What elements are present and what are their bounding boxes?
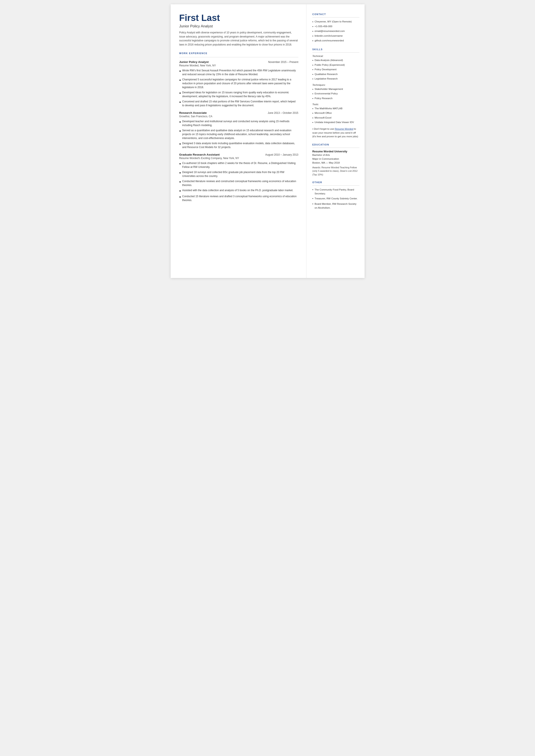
job-1-header: Junior Policy Analyst November 2015 – Pr… xyxy=(179,60,298,64)
contact-phone: +1-555-456-000 xyxy=(312,24,359,29)
technical-skills-list: Data Analysis (Advanced) Public Policy (… xyxy=(312,58,359,81)
right-column: CONTACT Cheyenne, WY (Open to Remote) +1… xyxy=(306,4,365,278)
technique-3: Policy Research xyxy=(312,96,359,101)
other-3: Board Member, RW Research Society on Alc… xyxy=(312,202,359,210)
contact-email: email@resumeworded.com xyxy=(312,29,359,34)
job-3: Graduate Research Assistant August 2010 … xyxy=(179,153,298,202)
education-section: EDUCATION Resume Worded University Bache… xyxy=(312,143,359,176)
techniques-label: Techniques: xyxy=(312,84,359,86)
tools-note: • Don't forget to use Resume Worded to s… xyxy=(312,127,359,139)
bullet-dot: ● xyxy=(179,161,182,166)
bullet-dot: ● xyxy=(179,100,182,104)
tool-4: Unidata Integrated Data Viewer IDV xyxy=(312,120,359,125)
job-3-bullet-1: ●Co-authored 10 book chapters within 2 w… xyxy=(179,161,298,169)
job-2-header: Research Associate June 2013 – October 2… xyxy=(179,111,298,114)
job-2-bullets: ●Developed teacher and institutional sur… xyxy=(179,119,298,149)
bullet-dot: ● xyxy=(179,195,182,199)
candidate-name: First Last xyxy=(179,13,298,23)
job-2-company: Growthsi, San Francisco, CA xyxy=(179,115,298,118)
edu-major: Major in Communication xyxy=(312,157,359,161)
work-experience-divider xyxy=(179,57,298,57)
bullet-dot: ● xyxy=(179,91,182,95)
tools-list: The MathWorks MATLAB Microsoft Office Mi… xyxy=(312,106,359,125)
job-1-bullets: ●Wrote RW's first Sexual Assault Prevent… xyxy=(179,69,298,107)
skill-1: Data Analysis (Advanced) xyxy=(312,58,359,63)
other-section-title: OTHER xyxy=(312,181,359,183)
job-3-bullets: ●Co-authored 10 book chapters within 2 w… xyxy=(179,161,298,202)
tool-1: The MathWorks MATLAB xyxy=(312,106,359,111)
contact-section: CONTACT Cheyenne, WY (Open to Remote) +1… xyxy=(312,13,359,43)
skills-section: SKILLS Technical: Data Analysis (Advance… xyxy=(312,48,359,139)
job-1-company: Resume Worded, New York, NY xyxy=(179,64,298,67)
job-3-bullet-4: ●Assisted with the data collection and a… xyxy=(179,188,298,193)
job-2-bullet-1: ●Developed teacher and institutional sur… xyxy=(179,119,298,127)
resume-worded-link[interactable]: Resume Worded xyxy=(335,127,353,130)
contact-list: Cheyenne, WY (Open to Remote) +1-555-456… xyxy=(312,20,359,43)
skill-3: Policy Development xyxy=(312,68,359,72)
contact-github: github.com/resumeworded xyxy=(312,39,359,43)
edu-degree: Bachelor of Arts xyxy=(312,153,359,157)
job-2: Research Associate June 2013 – October 2… xyxy=(179,111,298,149)
job-1-bullet-4: ●Conceived and drafted 15 vital portions… xyxy=(179,99,298,107)
bullet-dot: ● xyxy=(179,129,182,133)
bullet-dot: ● xyxy=(179,142,182,146)
techniques-list: Stakeholder Management Environmental Pol… xyxy=(312,87,359,101)
edu-dates: Boston, MA — May 2018 xyxy=(312,161,359,165)
technique-1: Stakeholder Management xyxy=(312,87,359,92)
technique-2: Environmental Policy xyxy=(312,92,359,96)
resume-page: First Last Junior Policy Analyst Policy … xyxy=(171,4,365,278)
other-1: The Community Food Pantry, Board Secreta… xyxy=(312,188,359,196)
edu-school: Resume Worded University xyxy=(312,150,359,153)
job-1: Junior Policy Analyst November 2015 – Pr… xyxy=(179,60,298,107)
job-3-header: Graduate Research Assistant August 2010 … xyxy=(179,153,298,156)
tool-3: Microsoft Excel xyxy=(312,116,359,120)
job-2-dates: June 2013 – October 2015 xyxy=(268,111,298,114)
job-1-dates: November 2015 – Present xyxy=(268,61,298,64)
job-1-role: Junior Policy Analyst xyxy=(179,60,209,64)
bullet-dot: ● xyxy=(179,188,182,193)
edu-awards: Awards: Resume Worded Teaching Fellow (o… xyxy=(312,166,359,177)
candidate-summary: Policy Analyst with diverse experience o… xyxy=(179,31,298,46)
job-3-company: Resume Worded's Exciting Company, New Yo… xyxy=(179,157,298,160)
job-3-bullet-5: ●Conducted 15 literature reviews and dra… xyxy=(179,194,298,202)
tools-label: Tools: xyxy=(312,103,359,106)
education-section-title: EDUCATION xyxy=(312,143,359,146)
skill-5: Legislative Research xyxy=(312,77,359,81)
contact-section-title: CONTACT xyxy=(312,13,359,15)
skills-section-title: SKILLS xyxy=(312,48,359,51)
contact-linkedin: linkedin.com/in/username xyxy=(312,34,359,39)
other-section: OTHER The Community Food Pantry, Board S… xyxy=(312,181,359,210)
skill-2: Public Policy (Experienced) xyxy=(312,63,359,68)
contact-divider xyxy=(312,17,359,17)
job-1-bullet-3: ●Developed ideas for legislation on 15 i… xyxy=(179,91,298,98)
job-3-role: Graduate Research Assistant xyxy=(179,153,220,156)
contact-location: Cheyenne, WY (Open to Remote) xyxy=(312,20,359,24)
bullet-dot: ● xyxy=(179,69,182,73)
other-2: Treasurer, RW County Sobriety Center. xyxy=(312,197,359,201)
bullet-dot: ● xyxy=(179,78,182,82)
technical-label: Technical: xyxy=(312,55,359,57)
tool-2: Microsoft Office xyxy=(312,111,359,116)
job-2-bullet-2: ●Served as a quantitative and qualitativ… xyxy=(179,128,298,140)
left-column: First Last Junior Policy Analyst Policy … xyxy=(171,4,306,278)
job-2-bullet-3: ●Designed 3 data analysis tools includin… xyxy=(179,141,298,149)
bullet-dot: ● xyxy=(179,180,182,184)
job-1-bullet-2: ●Championed 5 successful legislative cam… xyxy=(179,78,298,89)
candidate-title: Junior Policy Analyst xyxy=(179,24,298,28)
job-2-role: Research Associate xyxy=(179,111,207,114)
bullet-dot: ● xyxy=(179,120,182,124)
education-divider xyxy=(312,148,359,148)
other-list: The Community Food Pantry, Board Secreta… xyxy=(312,188,359,210)
work-experience-section-title: WORK EXPERIENCE xyxy=(179,52,298,55)
bullet-dot: ● xyxy=(179,170,182,175)
job-1-bullet-1: ●Wrote RW's first Sexual Assault Prevent… xyxy=(179,69,298,76)
job-3-bullet-3: ●Conducted literature reviews and constr… xyxy=(179,179,298,187)
job-3-dates: August 2010 – January 2013 xyxy=(265,153,298,156)
skill-4: Qualitative Research xyxy=(312,72,359,77)
skills-divider xyxy=(312,52,359,53)
job-3-bullet-2: ●Designed 18 surveys and collected BSc g… xyxy=(179,170,298,178)
